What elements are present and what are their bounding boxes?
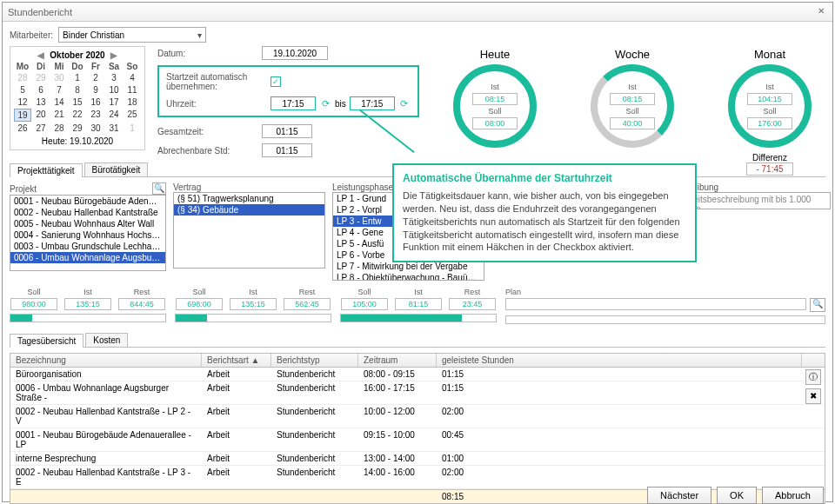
cal-day[interactable]: 20 (32, 109, 50, 122)
cal-day[interactable]: 16 (87, 96, 104, 108)
cal-day[interactable]: 2 (87, 72, 104, 83)
tab[interactable]: Kosten (85, 333, 128, 347)
gauge-ring: Ist 08:15 Soll 08:00 (453, 64, 537, 148)
stat-ist: 135:15 (230, 298, 277, 310)
cal-day[interactable]: 21 (50, 109, 68, 122)
cal-day[interactable]: 29 (32, 72, 50, 83)
cal-day[interactable]: 9 (87, 84, 104, 96)
cal-day[interactable]: 22 (69, 109, 86, 122)
cal-day[interactable]: 26 (14, 123, 31, 134)
cal-day[interactable]: 4 (124, 72, 141, 83)
callout-title: Automatische Übernahme der Startuhrzeit (403, 172, 686, 184)
cal-day[interactable]: 11 (124, 84, 141, 96)
table-header[interactable]: Berichtsart ▲ (202, 354, 271, 367)
close-icon[interactable]: ✕ (815, 6, 827, 18)
cal-day[interactable]: 24 (105, 109, 123, 122)
total-input[interactable] (262, 124, 312, 138)
table-info-button[interactable]: ⓘ (805, 369, 821, 385)
cal-day[interactable]: 1 (69, 72, 86, 83)
list-item[interactable]: (§ 51) Tragwerksplanung (174, 193, 324, 204)
tab[interactable]: Bürotätigkeit (84, 162, 149, 176)
cal-day[interactable]: 10 (105, 84, 123, 96)
table-row[interactable]: 0001 - Neubau Bürogebäude Adenauerallee … (10, 428, 825, 452)
cal-day[interactable]: 25 (124, 109, 141, 122)
table-header[interactable]: Berichtstyp (271, 354, 358, 367)
plan-search-icon[interactable]: 🔍 (810, 298, 825, 312)
cal-day[interactable]: 5 (14, 84, 31, 96)
cal-day[interactable]: 19 (14, 109, 31, 122)
cal-dow: Mi (50, 62, 68, 71)
vertrag-label: Vertrag (173, 182, 201, 192)
gauge-ring: Ist 104:15 Soll 176:00 (728, 64, 812, 148)
tab[interactable]: Projekttätigkeit (10, 163, 83, 177)
table-delete-button[interactable]: ✖ (805, 388, 821, 404)
list-item[interactable]: 0003 - Umbau Grundschule Lechhausen (10, 241, 165, 252)
projekt-search-icon[interactable]: 🔍 (152, 182, 166, 195)
cal-day[interactable]: 29 (69, 123, 86, 134)
cal-day[interactable]: 13 (32, 96, 50, 108)
stat-bar (175, 314, 331, 322)
cal-day[interactable]: 12 (14, 96, 31, 108)
stat-ist: 81:15 (395, 298, 442, 310)
cal-day[interactable]: 30 (87, 123, 104, 134)
auto-starttime-checkbox[interactable]: ✓ (271, 76, 281, 87)
cal-day[interactable]: 15 (69, 96, 86, 108)
plan-input[interactable] (505, 298, 806, 310)
ok-button[interactable]: OK (717, 487, 757, 504)
list-item[interactable]: 0004 - Sanierung Wohnhaus Hochstraße (10, 229, 165, 241)
cal-day[interactable]: 1 (124, 123, 141, 134)
refresh-to-icon[interactable]: ⟳ (398, 97, 411, 109)
cal-day[interactable]: 27 (32, 123, 50, 134)
list-item[interactable]: 0001 - Neubau Bürogebäude Adenauerallee (10, 196, 165, 207)
time-from-input[interactable] (271, 96, 316, 110)
table-header[interactable]: geleistete Stunden (437, 354, 802, 367)
cal-day[interactable]: 30 (50, 72, 68, 83)
billable-label: Abrechenbare Std: (157, 146, 262, 156)
next-button[interactable]: Nächster (647, 487, 711, 504)
day-table: BezeichnungBerichtsart ▲BerichtstypZeitr… (10, 353, 825, 504)
list-item[interactable]: 0006 - Umbau Wohnanlage Augsburger Str (10, 252, 165, 263)
cal-day[interactable]: 7 (50, 84, 68, 96)
cal-dow: So (124, 62, 141, 71)
cal-day[interactable]: 6 (32, 84, 50, 96)
refresh-from-icon[interactable]: ⟳ (319, 97, 331, 109)
list-item[interactable]: (§ 34) Gebäude (174, 204, 324, 216)
list-item[interactable]: 0005 - Neubau Wohnhaus Alter Wall (10, 218, 165, 229)
total-label: Gesamtzeit: (157, 127, 262, 136)
projekt-label: Projekt (10, 184, 37, 194)
cal-today[interactable]: Heute: 19.10.2020 (14, 136, 141, 146)
table-row[interactable]: interne BesprechungArbeitStundenbericht1… (10, 452, 825, 466)
table-header[interactable]: Bezeichnung (10, 354, 202, 367)
cal-day[interactable]: 28 (50, 123, 68, 134)
date-input[interactable] (262, 46, 328, 60)
cal-day[interactable]: 23 (87, 109, 104, 122)
cal-day[interactable]: 14 (50, 96, 68, 108)
cal-day[interactable]: 8 (69, 84, 86, 96)
cal-day[interactable]: 28 (14, 72, 31, 83)
table-row[interactable]: 0002 - Neubau Hallenbad Kantstraße - LP … (10, 405, 825, 428)
table-row[interactable]: BüroorganisationArbeitStundenbericht08:0… (10, 368, 825, 381)
cal-day[interactable]: 18 (124, 96, 141, 108)
table-row[interactable]: 0002 - Neubau Hallenbad Kantstraße - LP … (10, 466, 825, 489)
time-to-input[interactable] (350, 96, 395, 110)
cancel-button[interactable]: Abbruch (762, 487, 824, 504)
projekt-listbox[interactable]: 0001 - Neubau Bürogebäude Adenauerallee0… (10, 195, 166, 271)
calendar[interactable]: ◀ Oktober 2020 ▶ MoDiMiDoFrSaSo282930123… (10, 46, 145, 150)
list-item[interactable]: LP 8 - Objektüberwachung - Bauüberwach (333, 272, 484, 281)
auto-starttime-label: Startzeit automatisch übernehmen: (166, 72, 271, 91)
cal-next-icon[interactable]: ▶ (110, 50, 117, 60)
table-row[interactable]: 0006 - Umbau Wohnanlage Augsburger Straß… (10, 381, 825, 405)
billable-input[interactable] (262, 143, 312, 157)
vertrag-listbox[interactable]: (§ 51) Tragwerksplanung(§ 34) Gebäude (173, 192, 325, 269)
employee-dropdown[interactable]: Binder Christian ▾ (58, 27, 206, 43)
table-header[interactable]: Zeitraum (358, 354, 437, 367)
tab[interactable]: Tagesübersicht (10, 334, 84, 348)
gauge-ist: 08:15 (472, 93, 518, 105)
cal-day[interactable]: 3 (105, 72, 123, 83)
list-item[interactable]: 0002 - Neubau Hallenbad Kantstraße (10, 207, 165, 218)
gauge-soll: 176:00 (747, 117, 792, 129)
cal-day[interactable]: 31 (105, 123, 123, 134)
cal-day[interactable]: 17 (105, 96, 123, 108)
cal-prev-icon[interactable]: ◀ (37, 50, 44, 60)
gauge-soll: 08:00 (472, 117, 518, 129)
